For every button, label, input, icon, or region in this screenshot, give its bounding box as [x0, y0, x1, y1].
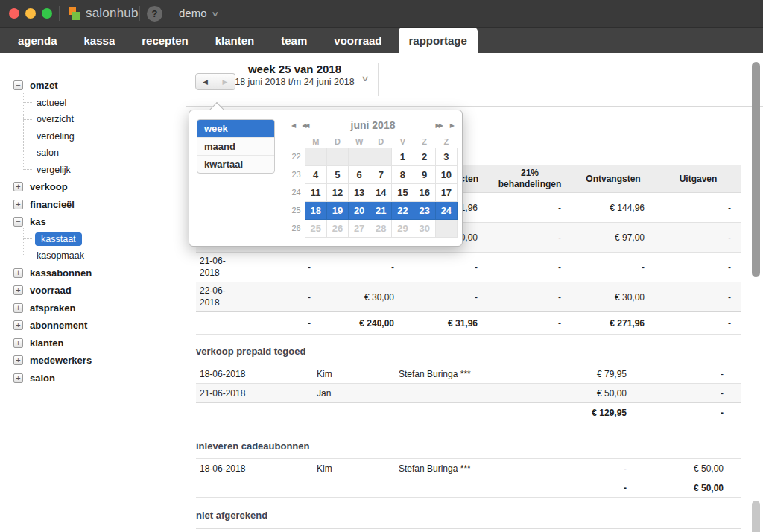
- expand-icon[interactable]: +: [13, 320, 23, 330]
- calendar-day-cell[interactable]: 2: [414, 148, 435, 165]
- total-cell: [313, 403, 395, 422]
- calendar-day-cell[interactable]: 11: [305, 183, 326, 201]
- sidebar-item-financieël[interactable]: +financieël: [0, 196, 186, 214]
- calendar-day-cell[interactable]: 20: [349, 201, 370, 219]
- period-mode-week[interactable]: week: [197, 120, 274, 138]
- vertical-scrollbar-thumb-secondary[interactable]: [752, 501, 760, 532]
- sidebar-subitem-verdeling[interactable]: verdeling: [0, 128, 186, 145]
- calendar-fast-next-icon[interactable]: ▶▶: [433, 122, 447, 129]
- section-divider: [196, 528, 741, 529]
- collapse-icon[interactable]: −: [13, 80, 23, 90]
- calendar-day-cell[interactable]: 10: [435, 165, 457, 183]
- text-cell: Kim: [313, 364, 395, 384]
- sidebar-subitem-vergelijk[interactable]: vergelijk: [0, 162, 186, 179]
- calendar-day-cell[interactable]: 17: [435, 183, 457, 201]
- calendar-day-cell[interactable]: 6: [349, 165, 370, 183]
- tab-rapportage[interactable]: rapportage: [399, 28, 478, 53]
- value-cell: -: [655, 282, 741, 312]
- expand-icon[interactable]: +: [13, 303, 23, 313]
- value-cell: -: [321, 253, 405, 282]
- calendar-day-cell[interactable]: 24: [435, 201, 457, 219]
- tab-voorraad[interactable]: voorraad: [323, 28, 392, 53]
- calendar-day-cell[interactable]: 23: [414, 201, 435, 219]
- calendar-day-cell[interactable]: 19: [326, 201, 348, 219]
- calendar-day-cell[interactable]: 12: [326, 183, 348, 201]
- tab-recepten[interactable]: recepten: [131, 28, 199, 53]
- chevron-down-icon[interactable]: ∨: [361, 74, 370, 83]
- sidebar-item-kassabonnen[interactable]: +kassabonnen: [0, 265, 186, 282]
- vertical-scrollbar-thumb[interactable]: [752, 62, 760, 277]
- sidebar-item-kas[interactable]: −kas: [0, 213, 186, 231]
- period-mode-kwartaal[interactable]: kwartaal: [197, 156, 274, 173]
- sidebar-item-verkoop[interactable]: +verkoop: [0, 178, 186, 196]
- expand-icon[interactable]: +: [13, 200, 23, 209]
- calendar-day-cell[interactable]: 21: [370, 201, 392, 219]
- calendar-day-cell[interactable]: 16: [414, 183, 435, 201]
- calendar-day-cell[interactable]: 15: [392, 183, 414, 201]
- previous-period-button[interactable]: ◀: [195, 73, 215, 90]
- calendar-day-cell[interactable]: 5: [326, 165, 348, 183]
- week-number: 22: [288, 148, 305, 165]
- period-display[interactable]: week 25 van 2018 18 juni 2018 t/m 24 jun…: [229, 63, 360, 87]
- calendar-day-cell[interactable]: 7: [370, 165, 392, 183]
- calendar-next-icon[interactable]: ▶: [447, 122, 458, 129]
- total-cell: € 271,96: [572, 312, 655, 335]
- total-cell: [196, 478, 313, 498]
- calendar-day-cell[interactable]: 13: [349, 183, 370, 201]
- sidebar-item-omzet[interactable]: −omzet: [0, 77, 186, 95]
- table-row: 22-06-2018-€ 30,00--€ 30,00-: [196, 282, 741, 312]
- day-of-week-label: D: [370, 136, 392, 148]
- window-titlebar: salonhub ? demo∨: [0, 0, 763, 27]
- value-cell: -: [645, 384, 741, 403]
- sidebar-item-afspraken[interactable]: +afspraken: [0, 300, 186, 317]
- window-close-button[interactable]: [9, 8, 19, 19]
- help-icon[interactable]: ?: [147, 6, 162, 22]
- account-menu[interactable]: demo∨: [179, 7, 218, 19]
- tab-kassa[interactable]: kassa: [74, 28, 126, 53]
- calendar-day-cell[interactable]: 4: [305, 165, 326, 183]
- sidebar-item-medewerkers[interactable]: +medewerkers: [0, 352, 186, 370]
- tree-connector: [23, 238, 32, 239]
- expand-icon[interactable]: +: [13, 355, 23, 365]
- tab-agenda[interactable]: agenda: [7, 28, 68, 53]
- value-cell: € 50,00: [645, 459, 741, 478]
- expand-icon[interactable]: +: [13, 338, 23, 348]
- collapse-icon[interactable]: −: [13, 217, 23, 227]
- section-table: 18-06-2018KimStefan Buringa ***-€ 50,00-…: [196, 458, 741, 498]
- right-arrow-icon: ▶: [223, 78, 228, 86]
- expand-icon[interactable]: +: [13, 285, 23, 295]
- text-cell: Jan: [313, 384, 395, 403]
- period-mode-list: weekmaandkwartaal: [197, 119, 275, 174]
- calendar-day-cell[interactable]: 18: [305, 201, 326, 219]
- calendar-week-row: 2518192021222324: [288, 201, 458, 219]
- sidebar-item-voorraad[interactable]: +voorraad: [0, 282, 186, 300]
- period-mode-maand[interactable]: maand: [197, 138, 274, 156]
- sidebar-subitem-kasstaat[interactable]: kasstaat: [0, 231, 186, 248]
- sidebar-item-label: voorraad: [30, 285, 72, 296]
- sidebar-subitem-salon[interactable]: salon: [0, 145, 186, 162]
- sidebar-item-klanten[interactable]: +klanten: [0, 335, 186, 352]
- sidebar-item-abonnement[interactable]: +abonnement: [0, 317, 186, 335]
- sidebar-subitem-kasopmaak[interactable]: kasopmaak: [0, 247, 186, 265]
- calendar-day-cell[interactable]: 8: [392, 165, 414, 183]
- sidebar-item-salon[interactable]: +salon: [0, 370, 186, 387]
- expand-icon[interactable]: +: [13, 268, 23, 278]
- calendar-day-cell[interactable]: 1: [392, 148, 414, 165]
- totals-row: -€ 50,00: [196, 478, 741, 498]
- sidebar-item-label: omzet: [30, 80, 58, 91]
- calendar-day-cell[interactable]: 14: [370, 183, 392, 201]
- calendar-day-cell[interactable]: 3: [435, 148, 457, 165]
- window-zoom-button[interactable]: [42, 8, 52, 19]
- calendar-prev-icon[interactable]: ◀: [288, 122, 299, 129]
- section-title: verkoop prepaid tegoed: [196, 346, 741, 357]
- sidebar-subitem-actueel[interactable]: actueel: [0, 95, 186, 112]
- calendar-fast-prev-icon[interactable]: ◀◀: [299, 122, 313, 129]
- tab-klanten[interactable]: klanten: [205, 28, 265, 53]
- expand-icon[interactable]: +: [13, 182, 23, 191]
- expand-icon[interactable]: +: [13, 373, 23, 383]
- calendar-day-cell[interactable]: 9: [414, 165, 435, 183]
- tab-team[interactable]: team: [270, 28, 317, 53]
- window-minimize-button[interactable]: [25, 8, 36, 19]
- sidebar-subitem-overzicht[interactable]: overzicht: [0, 111, 186, 128]
- calendar-day-cell[interactable]: 22: [392, 201, 414, 219]
